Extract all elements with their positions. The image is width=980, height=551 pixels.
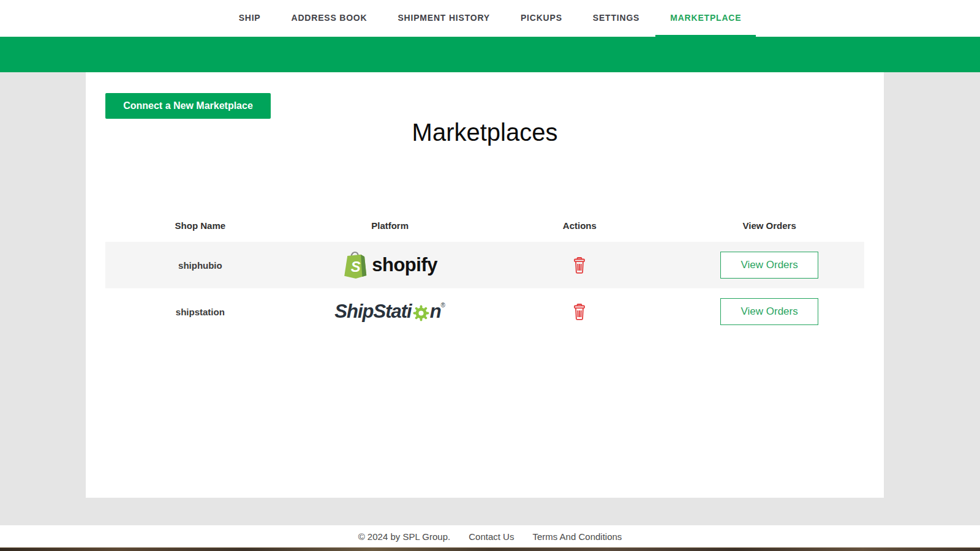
view-orders-button[interactable]: View Orders — [720, 298, 818, 325]
connect-new-marketplace-button[interactable]: Connect a New Marketplace — [105, 93, 271, 119]
column-header-view-orders: View Orders — [674, 220, 864, 231]
view-orders-cell: View Orders — [674, 298, 864, 325]
table-row: shipstation ShipStati — [105, 288, 864, 335]
registered-trademark-symbol: ® — [441, 302, 445, 309]
page-background: Connect a New Marketplace Marketplaces S… — [0, 72, 980, 525]
shop-name: shiphubio — [105, 260, 295, 271]
contact-us-link[interactable]: Contact Us — [469, 531, 514, 542]
column-header-actions: Actions — [485, 220, 675, 231]
delete-marketplace-button[interactable] — [570, 301, 589, 323]
marketplaces-card: Connect a New Marketplace Marketplaces S… — [86, 72, 884, 498]
tab-settings[interactable]: SETTINGS — [578, 0, 654, 37]
tab-address-book[interactable]: ADDRESS BOOK — [277, 0, 382, 37]
green-banner — [0, 37, 980, 72]
platform-cell: ShipStati n ® — [295, 301, 485, 323]
shipstation-wordmark-left: ShipStati — [334, 301, 411, 323]
page-title: Marketplaces — [86, 119, 884, 146]
shop-name: shipstation — [105, 307, 295, 317]
shipstation-wordmark-right: n — [430, 301, 441, 323]
shipstation-logo: ShipStati n ® — [334, 301, 445, 323]
trash-icon — [572, 303, 587, 320]
gear-icon — [413, 305, 429, 321]
svg-text:S: S — [351, 259, 361, 275]
copyright-text: © 2024 by SPL Group. — [358, 531, 451, 542]
column-header-platform: Platform — [295, 220, 485, 231]
table-header-row: Shop Name Platform Actions View Orders — [105, 217, 864, 233]
column-header-shop-name: Shop Name — [105, 220, 295, 231]
actions-cell — [485, 301, 675, 323]
top-navbar: SHIP ADDRESS BOOK SHIPMENT HISTORY PICKU… — [0, 0, 980, 37]
taskbar-edge-strip — [0, 547, 980, 551]
shopify-bag-icon: S — [342, 250, 368, 280]
tab-shipment-history[interactable]: SHIPMENT HISTORY — [383, 0, 504, 37]
marketplaces-table: Shop Name Platform Actions View Orders s… — [105, 217, 864, 335]
platform-cell: S shopify — [295, 250, 485, 280]
tab-pickups[interactable]: PICKUPS — [506, 0, 577, 37]
shopify-wordmark: shopify — [372, 254, 437, 276]
shopify-logo: S shopify — [342, 250, 437, 280]
view-orders-cell: View Orders — [674, 252, 864, 279]
trash-icon — [572, 257, 587, 274]
terms-and-conditions-link[interactable]: Terms And Conditions — [532, 531, 622, 542]
delete-marketplace-button[interactable] — [570, 254, 589, 276]
table-row: shiphubio S shopify — [105, 242, 864, 288]
actions-cell — [485, 254, 675, 276]
page-footer: © 2024 by SPL Group. Contact Us Terms An… — [0, 525, 980, 547]
view-orders-button[interactable]: View Orders — [720, 252, 818, 279]
tab-marketplace[interactable]: MARKETPLACE — [655, 0, 756, 37]
tab-ship[interactable]: SHIP — [224, 0, 276, 37]
